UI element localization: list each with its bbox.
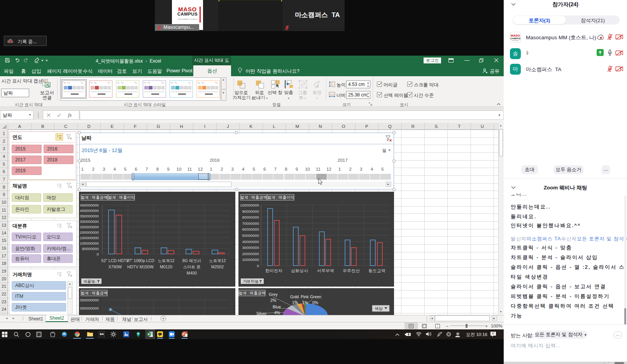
svg-text:50000000: 50000000 bbox=[242, 233, 259, 238]
svg-text:한미전자: 한미전자 bbox=[265, 268, 282, 273]
svg-text:Green: Green bbox=[310, 294, 321, 299]
svg-text:70000000: 70000000 bbox=[242, 221, 259, 226]
svg-text:52" LCD HDTV: 52" LCD HDTV bbox=[102, 258, 129, 263]
svg-text:2%: 2% bbox=[270, 298, 276, 303]
svg-text:합계 : 매출이익: 합계 : 매출이익 bbox=[108, 195, 135, 200]
svg-text:300000000: 300000000 bbox=[80, 219, 99, 224]
svg-text:10000000: 10000000 bbox=[242, 257, 259, 262]
svg-text:노트북12: 노트북12 bbox=[209, 258, 226, 263]
svg-text:Grey: Grey bbox=[269, 292, 278, 297]
svg-text:제품명: 제품명 bbox=[83, 279, 95, 284]
svg-text:300000000: 300000000 bbox=[80, 306, 99, 310]
svg-text:M0120: M0120 bbox=[160, 264, 172, 269]
svg-text:합계 : 매출금액: 합계 : 매출금액 bbox=[81, 195, 107, 200]
svg-text:40000000: 40000000 bbox=[242, 240, 259, 244]
svg-text:80000000: 80000000 bbox=[242, 215, 259, 219]
svg-text:0%: 0% bbox=[312, 300, 318, 305]
svg-text:노트북12: 노트북12 bbox=[158, 258, 174, 263]
svg-text:X790W: X790W bbox=[109, 264, 122, 269]
svg-text:거래처명: 거래처명 bbox=[243, 279, 258, 284]
svg-text:20000000: 20000000 bbox=[242, 252, 259, 256]
svg-text:150000000: 150000000 bbox=[80, 236, 99, 240]
svg-text:0: 0 bbox=[97, 252, 99, 256]
svg-text:합계 : 매출금액: 합계 : 매출금액 bbox=[81, 291, 107, 295]
svg-text:60000000: 60000000 bbox=[242, 227, 259, 231]
svg-text:0: 0 bbox=[257, 264, 259, 268]
svg-text:100000000: 100000000 bbox=[80, 241, 99, 245]
svg-text:스마트 폰: 스마트 폰 bbox=[183, 264, 201, 269]
svg-text:100000000: 100000000 bbox=[240, 203, 259, 207]
svg-text:200000000: 200000000 bbox=[80, 230, 99, 234]
svg-text:30000000: 30000000 bbox=[242, 245, 259, 250]
svg-text:우주전산: 우주전산 bbox=[343, 268, 360, 273]
svg-text:50000000: 50000000 bbox=[82, 247, 99, 251]
svg-text:합계 : 매출금액: 합계 : 매출금액 bbox=[240, 195, 267, 200]
svg-text:Silver: Silver bbox=[256, 311, 267, 315]
svg-text:37" 1080p LCD: 37" 1080p LCD bbox=[126, 258, 154, 263]
svg-text:8G 메모리: 8G 메모리 bbox=[182, 258, 201, 263]
svg-text:1%: 1% bbox=[292, 300, 298, 305]
svg-text:HDTV M150W: HDTV M150W bbox=[127, 264, 154, 269]
svg-text:350000000: 350000000 bbox=[80, 298, 99, 302]
svg-text:Pink: Pink bbox=[301, 294, 309, 299]
svg-text:Gold: Gold bbox=[290, 294, 299, 299]
svg-text:450000000: 450000000 bbox=[80, 203, 99, 207]
svg-text:1%: 1% bbox=[302, 300, 308, 305]
svg-text:색상: 색상 bbox=[375, 306, 383, 311]
svg-text:4%: 4% bbox=[274, 310, 280, 315]
svg-text:M400: M400 bbox=[187, 271, 197, 275]
svg-text:M2002: M2002 bbox=[211, 264, 224, 269]
svg-text:동도교역: 동도교역 bbox=[368, 268, 385, 273]
svg-text:서주무역: 서주무역 bbox=[317, 268, 334, 273]
svg-text:합계 : 매출금액: 합계 : 매출금액 bbox=[239, 291, 265, 295]
svg-text:90000000: 90000000 bbox=[242, 209, 259, 214]
svg-text:합계 : 매출이익: 합계 : 매출이익 bbox=[268, 195, 294, 200]
svg-text:Blue: Blue bbox=[273, 304, 281, 309]
svg-text:350000000: 350000000 bbox=[80, 214, 99, 218]
svg-text:400000000: 400000000 bbox=[80, 208, 99, 213]
svg-text:삼화상사: 삼화상사 bbox=[291, 268, 308, 273]
svg-text:250000000: 250000000 bbox=[80, 225, 99, 229]
